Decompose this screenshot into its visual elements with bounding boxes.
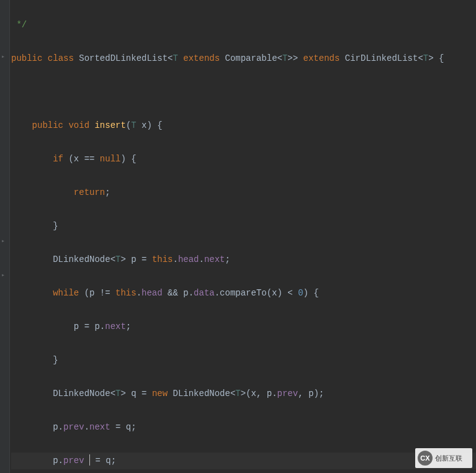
method-marker-icon: ▸ [1, 267, 7, 273]
watermark-text: 创新互联 [435, 455, 462, 462]
method-close-marker-icon: ▸ [1, 467, 7, 473]
code-editor[interactable]: */ public class SortedDLinkedList<T exte… [0, 0, 476, 473]
keyword-public: public [11, 53, 42, 63]
text-cursor [89, 454, 90, 466]
watermark-logo-icon: CX [418, 451, 433, 466]
watermark: CX 创新互联 [415, 448, 472, 468]
method-marker-icon: ▸ [1, 48, 7, 55]
editor-gutter: ▸ ▸ ▸ ▸ [0, 0, 10, 473]
current-line: p.prev = q; [11, 453, 476, 469]
class-name: SortedDLinkedList [79, 53, 168, 63]
method-insert: insert [94, 120, 125, 130]
keyword-class: class [48, 53, 74, 63]
comment-end: */ [11, 20, 27, 30]
method-close-marker-icon: ▸ [1, 233, 7, 239]
